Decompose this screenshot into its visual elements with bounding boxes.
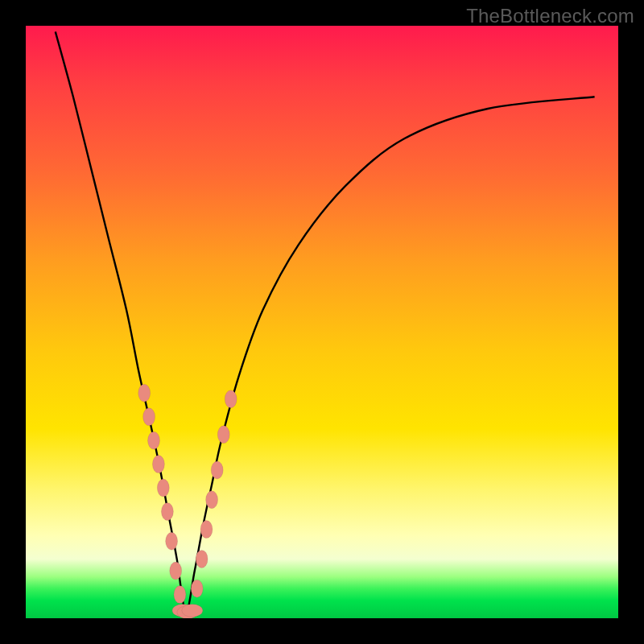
bead bbox=[191, 580, 203, 597]
bead bbox=[138, 384, 151, 402]
bottleneck-curve bbox=[56, 31, 595, 612]
bead bbox=[152, 456, 164, 473]
bead bbox=[174, 586, 186, 604]
chart-frame: TheBottleneck.com bbox=[0, 0, 644, 644]
bead bbox=[148, 431, 160, 449]
bead bbox=[211, 461, 223, 479]
bead bbox=[225, 390, 237, 408]
bead bbox=[166, 532, 178, 550]
bead bbox=[157, 479, 169, 497]
curve-svg bbox=[26, 26, 618, 618]
data-beads bbox=[138, 384, 237, 618]
bead bbox=[196, 550, 208, 568]
bead bbox=[170, 562, 182, 580]
watermark-text: TheBottleneck.com bbox=[466, 5, 634, 27]
bead bbox=[143, 408, 155, 426]
bead bbox=[161, 503, 173, 521]
bead bbox=[217, 426, 229, 444]
bead bbox=[206, 491, 218, 509]
bead bbox=[182, 604, 203, 617]
plot-area bbox=[26, 26, 618, 618]
bead bbox=[200, 521, 213, 539]
